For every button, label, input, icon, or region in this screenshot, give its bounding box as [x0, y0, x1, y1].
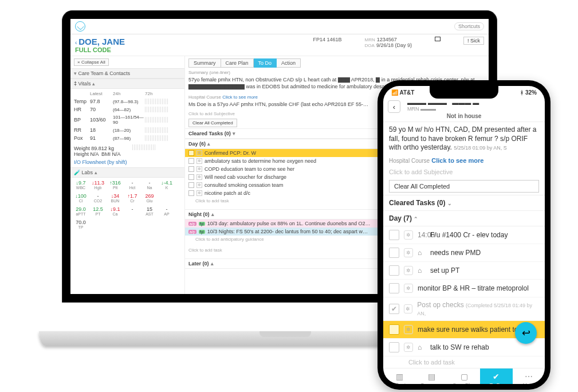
tabbar-more[interactable]: ⋯More: [513, 369, 545, 384]
phone-day-group[interactable]: Day (7) ⌃: [383, 210, 545, 226]
phone-cleared-tasks[interactable]: Cleared Tasks (0) ⌄: [383, 195, 545, 210]
see-more-link[interactable]: Click to see more: [222, 95, 258, 100]
checkbox[interactable]: [188, 166, 194, 172]
app-logo-icon: [75, 21, 85, 32]
tab-summary[interactable]: Summary: [188, 58, 221, 68]
gear-icon[interactable]: ✲: [196, 166, 202, 172]
tabs: SummaryCare PlanTo DoAction: [185, 56, 489, 68]
checkbox[interactable]: [188, 174, 194, 180]
tabbar-chart[interactable]: ▥Chart: [383, 369, 415, 384]
lab-value: 29.0aPTT: [74, 206, 88, 216]
patient-name-redacted: ▬▬▬ ▬▬▬ ▬▬▬ ▬: [407, 99, 539, 106]
shortcuts-button[interactable]: Shortcuts: [454, 22, 484, 30]
task-glyph-icon: ⌂: [418, 249, 426, 257]
height: Height N/A: [74, 151, 99, 157]
vital-row: Pox91(87—98): [74, 134, 181, 142]
reply-fab[interactable]: ↩: [515, 322, 537, 344]
lab-value: -Hct: [125, 180, 139, 190]
tabbar-care-plan[interactable]: ▢Care Plan: [448, 369, 480, 384]
summary-label: Summary (one-liner): [185, 68, 489, 76]
patient-name[interactable]: DOE, JANE: [78, 37, 125, 46]
tabbar-to-do[interactable]: ✔To Do: [480, 369, 512, 384]
tab-care-plan[interactable]: Care Plan: [221, 58, 254, 68]
phone-subjective-hint[interactable]: Click to add Subjective: [383, 166, 545, 178]
checkbox[interactable]: [389, 283, 399, 293]
phone-hc-label: Hospital Course: [389, 158, 430, 164]
patient-mrn: 1234567: [377, 37, 397, 42]
gear-icon[interactable]: ✲: [404, 304, 413, 313]
hospital-course-label: Hospital Course: [188, 95, 221, 100]
lab-value: ↓100Cl: [74, 193, 88, 203]
weight: Weight 89.812 kg: [74, 146, 114, 151]
checkbox[interactable]: [389, 230, 399, 240]
task-glyph-icon: ⌂: [418, 266, 426, 275]
checkbox[interactable]: [188, 158, 194, 164]
lab-value: 12.5PT: [91, 206, 105, 216]
phone-task-row[interactable]: ✲14:00F/u #1400 Cr - elev today: [383, 226, 545, 244]
phone-task-row[interactable]: ✔✲Post op checks (Completed 5/25/18 01:4…: [383, 297, 545, 321]
flowsheet-link[interactable]: I/O Flowsheet (by shift): [74, 159, 181, 165]
gear-icon[interactable]: ✲: [196, 182, 202, 188]
gear-icon[interactable]: ✲: [404, 230, 413, 240]
phone-header: ‹ ▬▬▬ ▬▬▬ ▬▬▬ ▬ MRN ▬▬▬ Not in house: [383, 97, 545, 122]
checkbox[interactable]: [188, 150, 194, 156]
phone-task-row[interactable]: ✲monitor BP & HR – titrate metoprolol: [383, 280, 545, 297]
task-glyph-icon: ⌂: [418, 343, 426, 351]
checkbox[interactable]: [389, 342, 399, 352]
tabbar-summary[interactable]: ▤Summary: [415, 369, 447, 384]
lab-value: ↓34BUN: [108, 193, 122, 203]
lab-value: -: [125, 206, 139, 216]
lab-value: 15AST: [143, 206, 156, 216]
gear-icon[interactable]: ✲: [404, 343, 413, 352]
phone-clear-button[interactable]: Clear All Completed: [389, 180, 539, 193]
code-status: FULL CODE: [75, 46, 111, 53]
phone-task-row[interactable]: ✲⌂needs new PMD: [383, 244, 545, 262]
gear-icon[interactable]: ✲: [196, 190, 202, 196]
lab-value: ↓9.1Ca: [108, 206, 122, 216]
phone-add-task[interactable]: Click to add task: [383, 356, 545, 368]
vital-row: RR18(18—20): [74, 126, 181, 134]
checkbox[interactable]: [389, 324, 399, 335]
sick-button[interactable]: ! Sick: [463, 37, 484, 45]
tab-bar: ▥Chart▤Summary▢Care Plan✔To Do⋯More: [383, 368, 545, 384]
tab-to-do[interactable]: To Do: [254, 58, 277, 68]
lab-value: 70.0TP: [74, 219, 88, 229]
topbar: Shortcuts: [70, 19, 489, 34]
clear-completed-button[interactable]: Clear All Completed: [188, 119, 237, 127]
flag-icon[interactable]: [435, 37, 441, 41]
gear-icon[interactable]: ✲: [196, 158, 202, 164]
phone-task-row[interactable]: ✲⌂set up PT: [383, 262, 545, 280]
gear-icon[interactable]: ✲: [196, 174, 202, 180]
sidebar: × Collapse All ▾ Care Team & Contacts ‡ …: [70, 56, 185, 294]
collapse-all-button[interactable]: × Collapse All: [74, 58, 109, 66]
patient-header: ‹ DOE, JANE FULL CODE FP14 1461B MRN1234…: [70, 34, 489, 56]
gear-icon[interactable]: ✲: [404, 248, 413, 257]
lab-value: ↑1.7Cr: [125, 193, 139, 203]
checkbox[interactable]: [389, 248, 399, 258]
lab-value: -Na: [143, 180, 156, 190]
phone-see-more[interactable]: Click to see more: [431, 157, 483, 164]
vital-row: BP103/60101—161/54—90: [74, 113, 181, 126]
vitals-section[interactable]: ‡ Vitals ▴: [70, 79, 184, 89]
back-button[interactable]: ‹: [388, 100, 400, 113]
lab-value: ↓9.7WBC: [74, 180, 88, 190]
lab-value: ↑316Plt: [108, 180, 122, 190]
battery: ᚼ 32%: [520, 89, 537, 96]
vital-row: HR70(64—82): [74, 105, 181, 113]
summary-meta: 5/25/18 01:09 by AN, S: [454, 145, 507, 151]
gear-icon[interactable]: ✲: [196, 150, 202, 156]
labs-section[interactable]: 🧪 Labs ▴: [70, 167, 184, 178]
patient-doa: 9/26/18 (Day 9): [376, 42, 412, 48]
location-status: Not in house: [389, 113, 539, 119]
checkbox[interactable]: ✔: [389, 304, 399, 314]
checkbox[interactable]: [389, 265, 399, 276]
tab-action[interactable]: Action: [277, 58, 301, 68]
gear-icon[interactable]: ✲: [404, 325, 413, 334]
gear-icon[interactable]: ✲: [404, 266, 413, 275]
lab-value: ↓11.3Hgb: [91, 180, 105, 190]
checkbox[interactable]: [188, 190, 194, 196]
care-team-section[interactable]: ▾ Care Team & Contacts: [70, 68, 184, 79]
checkbox[interactable]: [188, 182, 194, 188]
vital-row: Temp97.8(97.8—98.3): [74, 97, 181, 105]
gear-icon[interactable]: ✲: [404, 284, 413, 293]
